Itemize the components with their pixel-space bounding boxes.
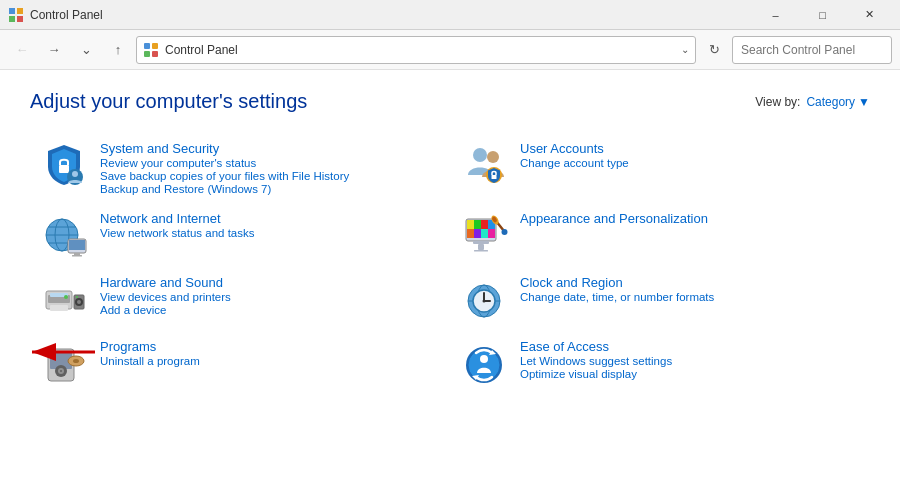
category-appearance: Appearance and Personalization xyxy=(450,203,870,267)
svg-rect-35 xyxy=(478,244,484,250)
view-by-chevron-icon: ▼ xyxy=(858,95,870,109)
user-accounts-content: User Accounts Change account type xyxy=(520,141,629,169)
category-network: Network and Internet View network status… xyxy=(30,203,450,267)
address-bar: ← → ⌄ ↑ Control Panel ⌄ ↻ xyxy=(0,30,900,70)
category-system-security: System and Security Review your computer… xyxy=(30,133,450,203)
svg-point-63 xyxy=(60,370,62,372)
ease-of-access-link-2[interactable]: Optimize visual display xyxy=(520,368,672,380)
ease-of-access-title[interactable]: Ease of Access xyxy=(520,339,609,354)
svg-point-49 xyxy=(76,296,78,298)
address-input[interactable]: Control Panel ⌄ xyxy=(136,36,696,64)
categories-grid: System and Security Review your computer… xyxy=(30,133,870,395)
clock-content: Clock and Region Change date, time, or n… xyxy=(520,275,714,303)
forward-button[interactable]: → xyxy=(40,36,68,64)
hardware-icon xyxy=(40,275,88,323)
network-icon xyxy=(40,211,88,259)
network-content: Network and Internet View network status… xyxy=(100,211,254,239)
clock-link-1[interactable]: Change date, time, or number formats xyxy=(520,291,714,303)
appearance-title[interactable]: Appearance and Personalization xyxy=(520,211,708,226)
user-accounts-icon xyxy=(460,141,508,189)
clock-title[interactable]: Clock and Region xyxy=(520,275,623,290)
hardware-content: Hardware and Sound View devices and prin… xyxy=(100,275,231,316)
ease-of-access-content: Ease of Access Let Windows suggest setti… xyxy=(520,339,672,380)
svg-rect-1 xyxy=(17,8,23,14)
hardware-link-1[interactable]: View devices and printers xyxy=(100,291,231,303)
title-bar: Control Panel – □ ✕ xyxy=(0,0,900,30)
svg-point-48 xyxy=(77,300,81,304)
category-hardware: Hardware and Sound View devices and prin… xyxy=(30,267,450,331)
view-by: View by: Category ▼ xyxy=(755,95,870,109)
svg-rect-31 xyxy=(474,229,481,238)
category-programs: Programs Uninstall a program xyxy=(30,331,450,395)
ease-of-access-link-1[interactable]: Let Windows suggest settings xyxy=(520,355,672,367)
programs-title[interactable]: Programs xyxy=(100,339,156,354)
svg-point-40 xyxy=(502,229,508,235)
address-chevron-icon: ⌄ xyxy=(681,44,689,55)
user-accounts-title[interactable]: User Accounts xyxy=(520,141,604,156)
svg-point-11 xyxy=(473,148,487,162)
view-by-label: View by: xyxy=(755,95,800,109)
system-security-link-1[interactable]: Review your computer's status xyxy=(100,157,349,169)
svg-point-12 xyxy=(487,151,499,163)
svg-rect-4 xyxy=(144,43,150,49)
view-by-value: Category xyxy=(806,95,855,109)
maximize-button[interactable]: □ xyxy=(800,0,845,30)
clock-icon xyxy=(460,275,508,323)
back-button[interactable]: ← xyxy=(8,36,36,64)
up-button[interactable]: ↑ xyxy=(104,36,132,64)
user-accounts-link-1[interactable]: Change account type xyxy=(520,157,629,169)
appearance-content: Appearance and Personalization xyxy=(520,211,708,226)
svg-rect-3 xyxy=(17,16,23,22)
system-security-link-2[interactable]: Save backup copies of your files with Fi… xyxy=(100,170,349,182)
system-security-content: System and Security Review your computer… xyxy=(100,141,349,195)
system-security-icon xyxy=(40,141,88,189)
svg-rect-27 xyxy=(474,220,481,229)
system-security-title[interactable]: System and Security xyxy=(100,141,219,156)
svg-rect-6 xyxy=(144,51,150,57)
minimize-button[interactable]: – xyxy=(753,0,798,30)
svg-point-56 xyxy=(483,300,486,303)
svg-rect-21 xyxy=(69,240,85,250)
page-header: Adjust your computer's settings View by:… xyxy=(30,90,870,113)
close-button[interactable]: ✕ xyxy=(847,0,892,30)
svg-rect-34 xyxy=(473,241,489,244)
programs-link-1[interactable]: Uninstall a program xyxy=(100,355,200,367)
network-link-1[interactable]: View network status and tasks xyxy=(100,227,254,239)
red-arrow xyxy=(20,337,100,367)
svg-rect-26 xyxy=(467,220,474,229)
hardware-title[interactable]: Hardware and Sound xyxy=(100,275,223,290)
svg-point-10 xyxy=(72,171,78,177)
hardware-link-2[interactable]: Add a device xyxy=(100,304,231,316)
ease-of-access-icon xyxy=(460,339,508,387)
svg-rect-2 xyxy=(9,16,15,22)
address-label: Control Panel xyxy=(165,43,675,57)
svg-rect-32 xyxy=(481,229,488,238)
svg-point-45 xyxy=(64,295,68,299)
category-clock: Clock and Region Change date, time, or n… xyxy=(450,267,870,331)
svg-rect-8 xyxy=(59,165,69,173)
recent-button[interactable]: ⌄ xyxy=(72,36,100,64)
svg-rect-14 xyxy=(492,175,497,179)
page-title: Adjust your computer's settings xyxy=(30,90,307,113)
svg-rect-36 xyxy=(474,250,488,252)
network-title[interactable]: Network and Internet xyxy=(100,211,221,226)
category-ease-of-access: Ease of Access Let Windows suggest setti… xyxy=(450,331,870,395)
svg-rect-28 xyxy=(481,220,488,229)
search-input[interactable] xyxy=(732,36,892,64)
view-by-select[interactable]: Category ▼ xyxy=(806,95,870,109)
control-panel-icon xyxy=(8,7,24,23)
main-content: Adjust your computer's settings View by:… xyxy=(0,70,900,415)
svg-rect-0 xyxy=(9,8,15,14)
refresh-button[interactable]: ↻ xyxy=(700,36,728,64)
window-controls: – □ ✕ xyxy=(753,0,892,30)
category-user-accounts: User Accounts Change account type xyxy=(450,133,870,203)
svg-rect-7 xyxy=(152,51,158,57)
system-security-link-3[interactable]: Backup and Restore (Windows 7) xyxy=(100,183,349,195)
svg-rect-22 xyxy=(74,253,80,255)
svg-rect-5 xyxy=(152,43,158,49)
svg-point-70 xyxy=(480,355,488,363)
folder-icon xyxy=(143,42,159,58)
title-bar-text: Control Panel xyxy=(30,8,753,22)
svg-rect-44 xyxy=(50,305,68,311)
svg-rect-23 xyxy=(72,255,82,257)
